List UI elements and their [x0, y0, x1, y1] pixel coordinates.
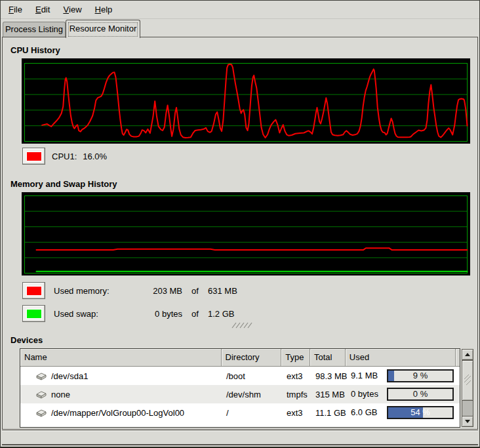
cpu-history-chart: [22, 58, 470, 144]
scrollbar-thumb[interactable]: [462, 360, 473, 401]
used-swap-value: 0 bytes: [132, 309, 182, 319]
progress-label: 0 %: [388, 389, 452, 399]
tab-strip: Process Listing Resource Monitor: [0, 19, 480, 37]
memory-legend-color: [27, 287, 41, 295]
device-row-3[interactable]: /dev/mapper/VolGroup00-LogVol00/ext311.1…: [20, 403, 460, 422]
drive-icon: [35, 408, 47, 418]
device-used-progressbar: 9 %: [387, 369, 454, 382]
device-used-progressbar: 0 %: [387, 388, 454, 401]
resource-monitor-page: CPU History CPU1: 16.0% Memory and Swap …: [2, 37, 478, 430]
pane-resize-grip[interactable]: [231, 322, 254, 329]
tab-resource-monitor-label: Resource Monitor: [70, 24, 137, 33]
menu-file[interactable]: File: [2, 1, 29, 18]
column-header-used[interactable]: Used: [346, 349, 456, 366]
swap-legend-swatch[interactable]: [22, 305, 45, 322]
device-name-cell: none: [20, 390, 222, 399]
device-total-cell: 11.1 GB: [311, 408, 347, 418]
total-memory-value: 631 MB: [208, 286, 237, 296]
cpu-legend: CPU1: 16.0%: [52, 148, 107, 165]
device-type-cell: tmpfs: [283, 390, 311, 399]
device-type-cell: ext3: [283, 371, 311, 381]
memory-legend-swatch[interactable]: [22, 282, 45, 299]
cpu-legend-color: [27, 152, 41, 161]
scrollbar-grip-icon: [464, 375, 471, 386]
swap-legend-color: [27, 310, 41, 318]
devices-table-header: NameDirectoryTypeTotalUsed: [20, 349, 460, 367]
devices-scrollbar[interactable]: [462, 349, 473, 427]
scrollbar-trough[interactable]: [462, 401, 473, 416]
device-used-cell: 6.0 GB54 %: [347, 403, 458, 422]
status-bar: [2, 430, 478, 445]
cpu-history-title: CPU History: [10, 45, 60, 55]
device-total-cell: 98.3 MB: [311, 371, 347, 381]
drive-icon: [35, 390, 47, 399]
devices-title: Devices: [10, 335, 43, 345]
column-header-name[interactable]: Name: [20, 349, 222, 366]
device-name-cell: /dev/sda1: [20, 371, 222, 381]
used-swap-label: Used swap:: [54, 309, 132, 319]
total-swap-value: 1.2 GB: [208, 309, 234, 319]
cpu-legend-value: 16.0%: [83, 152, 107, 161]
swap-legend-row: Used swap: 0 bytes of 1.2 GB: [54, 306, 234, 322]
menu-help[interactable]: Help: [89, 1, 119, 18]
menu-edit[interactable]: Edit: [29, 1, 56, 18]
cpu-legend-label: CPU1:: [52, 152, 77, 161]
device-directory-cell: /dev/shm: [222, 390, 283, 399]
device-used-cell: 0 bytes0 %: [347, 385, 458, 403]
column-header-total[interactable]: Total: [310, 349, 346, 366]
arrow-down-icon: [465, 420, 470, 423]
device-name: /dev/sda1: [51, 371, 88, 381]
devices-table: NameDirectoryTypeTotalUsed /dev/sda1/boo…: [20, 348, 460, 428]
device-type-cell: ext3: [283, 408, 311, 418]
progress-label: 9 %: [388, 371, 452, 381]
scrollbar-down-button[interactable]: [462, 416, 473, 427]
memory-history-title: Memory and Swap History: [10, 179, 117, 189]
tab-resource-monitor[interactable]: Resource Monitor: [66, 20, 140, 38]
menu-view[interactable]: View: [56, 1, 88, 18]
device-name: none: [51, 390, 70, 399]
used-memory-of: of: [182, 286, 208, 296]
column-header-directory[interactable]: Directory: [222, 349, 282, 366]
memory-swap-history-chart: [22, 192, 470, 275]
devices-table-body: /dev/sda1/bootext398.3 MB9.1 MB9 %none/d…: [20, 367, 460, 422]
tab-process-listing-label: Process Listing: [5, 24, 63, 34]
system-monitor-window: FileEditViewHelp Process Listing Resourc…: [0, 0, 480, 448]
device-directory-cell: /boot: [222, 371, 283, 381]
progress-label: 54 %: [388, 407, 452, 418]
device-directory-cell: /: [222, 408, 283, 418]
arrow-up-icon: [465, 353, 470, 356]
memory-legend-row: Used memory: 203 MB of 631 MB: [54, 283, 237, 299]
scrollbar-up-button[interactable]: [462, 349, 473, 360]
device-row-1[interactable]: /dev/sda1/bootext398.3 MB9.1 MB9 %: [20, 367, 460, 385]
tab-process-listing[interactable]: Process Listing: [3, 22, 66, 37]
device-name-cell: /dev/mapper/VolGroup00-LogVol00: [20, 408, 222, 418]
device-name: /dev/mapper/VolGroup00-LogVol00: [51, 408, 184, 418]
used-memory-label: Used memory:: [54, 286, 132, 296]
drive-icon: [35, 371, 47, 381]
cpu-legend-swatch[interactable]: [22, 148, 45, 165]
column-header-filler: [456, 349, 460, 366]
device-used-progressbar: 54 %: [387, 406, 454, 419]
device-row-2[interactable]: none/dev/shmtmpfs315 MB0 bytes0 %: [20, 385, 460, 403]
device-used-cell: 9.1 MB9 %: [347, 367, 458, 385]
column-header-type[interactable]: Type: [281, 349, 310, 366]
used-memory-value: 203 MB: [132, 286, 182, 296]
menu-bar: FileEditViewHelp: [1, 1, 479, 19]
device-total-cell: 315 MB: [311, 390, 347, 399]
used-swap-of: of: [182, 309, 208, 319]
